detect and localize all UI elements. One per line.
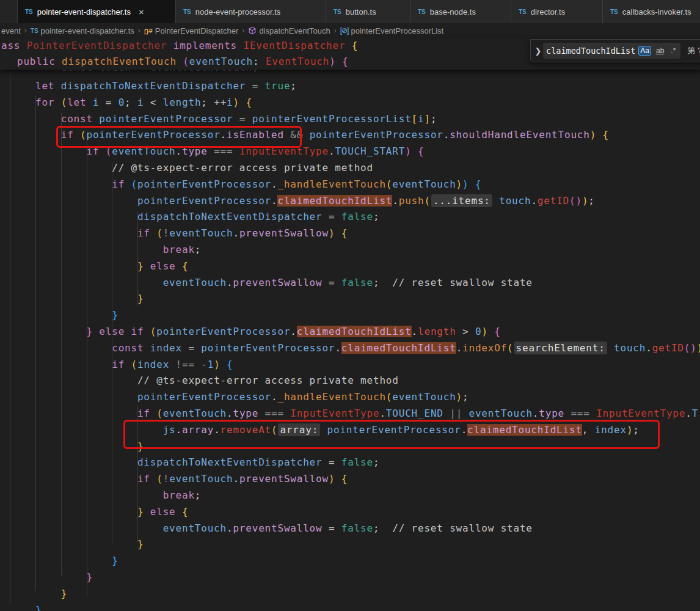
code-token: ( bbox=[150, 326, 156, 337]
code-line[interactable]: } bbox=[0, 569, 700, 586]
breadcrumb-item-dispatchEventTouch[interactable]: dispatchEventTouch bbox=[248, 26, 330, 35]
code-line[interactable]: const index = pointerEventProcessor.clai… bbox=[0, 340, 700, 357]
sticky-line[interactable]: public dispatchEventTouch (eventTouch: E… bbox=[17, 54, 349, 70]
code-line[interactable]: } bbox=[0, 439, 700, 455]
code-token: if bbox=[137, 473, 156, 485]
code-token: ass bbox=[1, 40, 27, 51]
code-token: ( bbox=[386, 178, 392, 190]
code-token: !== bbox=[169, 359, 201, 370]
code-token: . bbox=[221, 129, 227, 141]
code-token: IEventDispatcher bbox=[243, 40, 345, 51]
code-line[interactable]: pointerEventProcessor._handleEventTouch(… bbox=[0, 389, 700, 406]
code-line[interactable]: eventTouch.preventSwallow = false; // re… bbox=[0, 521, 700, 537]
find-toggle-chevron-icon[interactable]: ❯ bbox=[533, 46, 543, 56]
code-token: break bbox=[163, 489, 195, 501]
code-line[interactable]: break; bbox=[0, 242, 700, 258]
ts-file-icon: TS bbox=[183, 9, 191, 15]
code-token: touch bbox=[499, 195, 531, 207]
code-line[interactable]: if (eventTouch.type === InputEventType.T… bbox=[0, 406, 700, 422]
code-line[interactable]: for (let i = 0; i < length; ++i) { bbox=[0, 95, 700, 111]
code-token bbox=[35, 244, 163, 255]
code-line[interactable]: } bbox=[0, 291, 700, 307]
code-token bbox=[35, 489, 163, 501]
code-token: > bbox=[456, 326, 475, 337]
code-line[interactable]: dispatchToNextEventDispatcher = false; bbox=[0, 209, 700, 225]
find-result-count: 第 ? bbox=[687, 45, 700, 56]
tab-callbacks-invoker.ts[interactable]: TScallbacks-invoker.ts bbox=[603, 0, 700, 23]
tab-button.ts[interactable]: TSbutton.ts bbox=[326, 0, 410, 23]
code-token: . bbox=[271, 391, 277, 403]
code-line[interactable]: if (eventTouch.type === InputEventType.T… bbox=[0, 144, 700, 160]
code-token bbox=[35, 145, 86, 157]
code-token: . bbox=[412, 326, 418, 337]
regex-icon[interactable]: .* bbox=[669, 46, 677, 56]
code-line[interactable]: dispatchToNextEventDispatcher = false; bbox=[0, 455, 700, 471]
code-line[interactable]: if (!eventTouch.preventSwallow) { bbox=[0, 225, 700, 242]
code-line[interactable]: } else { bbox=[0, 258, 700, 275]
breadcrumb: event›TSpointer-event-dispatcher.ts›Poin… bbox=[0, 23, 700, 38]
close-icon[interactable]: × bbox=[139, 7, 144, 16]
code-token bbox=[35, 129, 61, 141]
code-line[interactable]: } bbox=[0, 586, 700, 602]
breadcrumb-item-pointerEventProcessorList[interactable]: [⊘]pointerEventProcessorList bbox=[340, 26, 443, 35]
tab-pointer-event-dispatcher.ts[interactable]: TSpointer-event-dispatcher.ts× bbox=[18, 0, 176, 23]
code-token bbox=[493, 195, 499, 207]
code-token: . bbox=[271, 195, 277, 207]
code-token bbox=[35, 506, 137, 518]
code-token: ( bbox=[507, 342, 513, 354]
code-line[interactable]: if (index !== -1) { bbox=[0, 357, 700, 373]
code-line[interactable]: if (pointerEventProcessor._handleEventTo… bbox=[0, 177, 700, 193]
code-line[interactable]: // @ts-expect-error access private metho… bbox=[0, 373, 700, 389]
code-token: eventTouch bbox=[469, 408, 533, 419]
code-token: dispatchToNextEventDispatcher bbox=[61, 80, 246, 92]
code-token: , bbox=[582, 424, 595, 436]
tab-base-node.ts[interactable]: TSbase-node.ts bbox=[410, 0, 511, 23]
code-line[interactable]: } else { bbox=[0, 504, 700, 521]
code-line[interactable]: eventTouch.preventSwallow = false; // re… bbox=[0, 275, 700, 291]
code-line[interactable]: let dispatchToNextEventDispatcher = true… bbox=[0, 78, 700, 95]
breadcrumb-separator-icon: › bbox=[242, 26, 244, 35]
code-token: . bbox=[233, 227, 239, 239]
match-case-icon[interactable]: Aa bbox=[638, 46, 651, 56]
breadcrumb-label: pointer-event-dispatcher.ts bbox=[41, 26, 134, 35]
code-line[interactable]: } bbox=[0, 307, 700, 324]
code-token: false bbox=[341, 456, 373, 468]
code-line[interactable]: if (!eventTouch.preventSwallow) { bbox=[0, 471, 700, 488]
find-input[interactable]: claimedTouchIdList Aa ab .* bbox=[543, 43, 680, 59]
code-line[interactable]: pointerEventProcessor.claimedTouchIdList… bbox=[0, 193, 700, 210]
whole-word-icon[interactable]: ab bbox=[654, 46, 666, 56]
tab-director.ts[interactable]: TSdirector.ts bbox=[511, 0, 603, 23]
code-token: EventTouch bbox=[266, 56, 329, 67]
code-token bbox=[35, 424, 163, 436]
code-line[interactable]: if (pointerEventProcessor.isEnabled && p… bbox=[0, 127, 700, 144]
code-line[interactable]: } bbox=[0, 553, 700, 569]
code-token: eventTouch bbox=[189, 56, 253, 67]
code-line[interactable]: const pointerEventProcessor = pointerEve… bbox=[0, 111, 700, 128]
code-token: || bbox=[443, 408, 469, 419]
code-token: i bbox=[418, 113, 424, 125]
code-token bbox=[35, 162, 112, 174]
code-token: eventTouch bbox=[392, 178, 456, 190]
code-line[interactable]: break; bbox=[0, 488, 700, 504]
tab-node-event-processor.ts[interactable]: TSnode-event-processor.ts bbox=[176, 0, 326, 23]
code-token: length bbox=[418, 326, 456, 337]
find-query-text[interactable]: claimedTouchIdList bbox=[546, 46, 635, 56]
code-token: InputEventType bbox=[596, 408, 685, 419]
code-token bbox=[35, 326, 86, 337]
breadcrumb-item-pointer-event-dispatcher.ts[interactable]: TSpointer-event-dispatcher.ts bbox=[31, 26, 134, 35]
breadcrumb-label: dispatchEventTouch bbox=[259, 26, 330, 35]
code-token: 0 bbox=[118, 97, 125, 108]
breadcrumb-item-event[interactable]: event bbox=[1, 26, 21, 35]
code-line[interactable]: } bbox=[0, 536, 700, 553]
code-line[interactable]: js.array.removeAt(array: pointerEventPro… bbox=[0, 422, 700, 439]
code-line[interactable]: // @ts-expect-error access private metho… bbox=[0, 160, 700, 177]
code-token: ( bbox=[183, 56, 189, 67]
code-line[interactable]: } else if (pointerEventProcessor.claimed… bbox=[0, 324, 700, 340]
sticky-line[interactable]: ass PointerEventDispatcher implements IE… bbox=[1, 38, 358, 54]
breadcrumb-item-PointerEventDispatcher[interactable]: PointerEventDispatcher bbox=[144, 26, 239, 35]
code-line[interactable]: } bbox=[0, 602, 700, 611]
code-token: . bbox=[646, 342, 652, 354]
code-token: } bbox=[61, 588, 67, 599]
code-editor[interactable]: const touch = eventTouch.touch; ass Poin… bbox=[0, 38, 700, 611]
code-token: ( bbox=[131, 359, 137, 370]
